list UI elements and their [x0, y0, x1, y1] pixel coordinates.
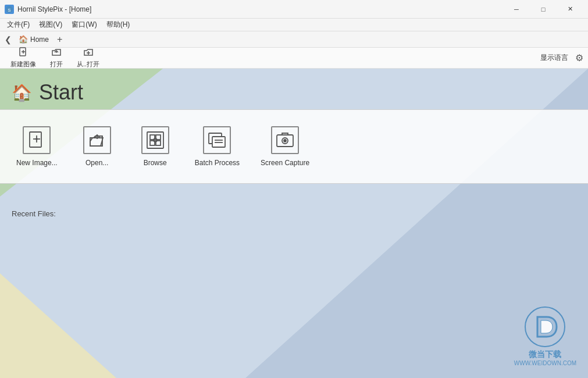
home-icon: 🏠	[19, 35, 28, 44]
batch-process-action-icon	[203, 126, 231, 154]
start-section: 🏠 Start	[0, 69, 588, 112]
batch-process-action[interactable]: Batch Process	[190, 122, 244, 172]
menu-window[interactable]: 窗口(W)	[67, 19, 101, 31]
svg-point-11	[36, 138, 37, 140]
tabbar: ❮ 🏠 Home +	[0, 31, 588, 48]
open-from-label: 从..打开	[77, 60, 99, 69]
browse-action[interactable]: Browse	[132, 122, 179, 172]
open-from-icon	[83, 47, 94, 59]
screen-capture-action-label: Screen Capture	[261, 159, 309, 167]
recent-section: Recent Files:	[0, 202, 588, 224]
svg-rect-8	[30, 132, 41, 147]
new-image-label: 新建图像	[10, 60, 36, 69]
recent-files-label: Recent Files:	[12, 209, 56, 218]
svg-rect-20	[212, 137, 225, 147]
open-action-icon	[83, 126, 111, 154]
watermark-logo	[525, 306, 565, 347]
add-tab-button[interactable]: +	[55, 33, 65, 46]
tab-back-arrow[interactable]: ❮	[2, 34, 14, 45]
action-panel: New Image... Open...	[0, 109, 588, 184]
watermark-text: 微当下载	[529, 350, 561, 360]
bg-triangle-yellow	[0, 273, 116, 378]
settings-icon[interactable]: ⚙	[575, 52, 583, 63]
titlebar-left: S Hornil StylePix - [Home]	[5, 5, 91, 14]
toolbar-right: 显示语言 ⚙	[538, 52, 583, 64]
new-image-button[interactable]: 新建图像	[5, 49, 42, 67]
titlebar-controls: ─ □ ✕	[503, 0, 583, 19]
open-button[interactable]: 打开	[44, 49, 69, 67]
watermark-url: WWW.WEIDOWN.COM	[514, 360, 576, 366]
menu-view[interactable]: 视图(V)	[34, 19, 67, 31]
open-action[interactable]: Open...	[74, 122, 120, 172]
svg-point-18	[154, 138, 157, 142]
app-title: Hornil StylePix - [Home]	[17, 5, 91, 13]
open-from-button[interactable]: 从..打开	[71, 49, 105, 67]
open-label: 打开	[50, 60, 63, 69]
close-button[interactable]: ✕	[557, 0, 583, 19]
toolbar: 新建图像 打开 从..打开 显示语言 ⚙	[0, 48, 588, 69]
titlebar: S Hornil StylePix - [Home] ─ □ ✕	[0, 0, 588, 19]
svg-text:S: S	[8, 8, 10, 13]
language-button[interactable]: 显示语言	[538, 52, 571, 64]
maximize-button[interactable]: □	[530, 0, 557, 19]
browse-action-label: Browse	[144, 159, 167, 167]
menu-help[interactable]: 帮助(H)	[102, 19, 135, 31]
new-image-action[interactable]: New Image...	[12, 122, 62, 172]
tab-home[interactable]: 🏠 Home	[14, 34, 54, 45]
menu-file[interactable]: 文件(F)	[2, 19, 34, 31]
new-image-icon	[18, 47, 28, 59]
menubar: 文件(F) 视图(V) 窗口(W) 帮助(H)	[0, 19, 588, 31]
open-icon	[51, 47, 62, 59]
home-icon-large: 🏠	[12, 83, 32, 102]
main-content: 🏠 Start New Image...	[0, 69, 588, 378]
minimize-button[interactable]: ─	[503, 0, 530, 19]
app-icon: S	[5, 5, 14, 14]
screen-capture-action-icon	[271, 126, 299, 154]
open-action-label: Open...	[85, 159, 108, 167]
start-title: 🏠 Start	[12, 80, 576, 105]
start-text: Start	[39, 80, 83, 105]
batch-process-action-label: Batch Process	[195, 159, 240, 167]
new-image-action-icon	[23, 126, 51, 154]
browse-action-icon	[141, 126, 169, 154]
watermark: 微当下载 WWW.WEIDOWN.COM	[514, 306, 576, 366]
new-image-action-label: New Image...	[16, 159, 58, 167]
screen-capture-action[interactable]: Screen Capture	[256, 122, 314, 172]
tab-home-label: Home	[30, 35, 49, 44]
svg-point-25	[284, 140, 286, 142]
